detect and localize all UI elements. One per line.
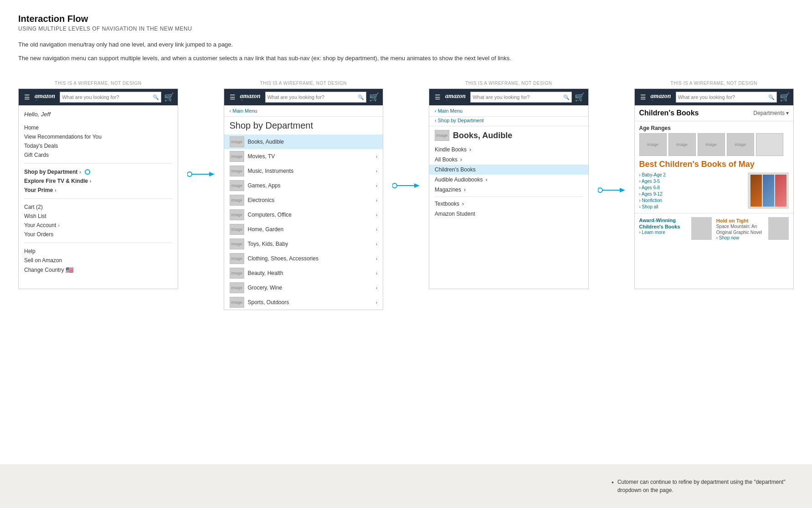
age-img-5 [756, 133, 783, 156]
sub-item-audible[interactable]: Audible Audiobooks › [429, 175, 588, 185]
bottom-promo-1-link[interactable]: › Learn more [639, 230, 688, 235]
dept-name-home: Home, Garden [248, 226, 372, 233]
menu-item-sell[interactable]: Sell on Amazon [24, 256, 172, 265]
menu-item-recommendations[interactable]: View Recommendations for You [24, 132, 172, 141]
search-bar-4[interactable]: 🔍 [676, 92, 777, 103]
wireframe-col-4: THIS IS A WIREFRAME, NOT DESIGN ☰ amazon… [634, 81, 794, 289]
dept-item-sports[interactable]: image Sports, Outdoors › [224, 295, 383, 310]
logo-text-2: amazon [240, 93, 261, 100]
page-subtitle: USING MULTIPLE LEVELS OF NAVIGATION IN T… [18, 26, 794, 32]
bottom-promos: Award-Winning Children's Books › Learn m… [635, 213, 794, 244]
dept-item-grocery[interactable]: image Grocery, Wine › [224, 280, 383, 295]
cart-icon-4[interactable]: 🛒 [780, 92, 790, 102]
prime-label: Your Prime [24, 187, 53, 193]
hamburger-icon-2[interactable]: ☰ [228, 93, 237, 102]
menu-item-help[interactable]: Help [24, 247, 172, 256]
wireframe-col-3: THIS IS A WIREFRAME, NOT DESIGN ☰ amazon… [429, 81, 589, 289]
dept-item-electronics[interactable]: image Electronics › [224, 193, 383, 207]
dept-name-sports: Sports, Outdoors [248, 299, 372, 306]
promo-link-9-12[interactable]: › Ages 9-12 [639, 192, 745, 197]
search-icon-1[interactable]: 🔍 [153, 94, 159, 100]
search-bar-3[interactable]: 🔍 [470, 92, 571, 103]
search-icon-2[interactable]: 🔍 [358, 94, 364, 100]
menu-item-shop-dept[interactable]: Shop by Department › [24, 167, 172, 176]
back-nav-3b[interactable]: ‹ Shop by Department [429, 117, 588, 126]
menu-item-cart[interactable]: Cart (2) [24, 202, 172, 212]
wireframe-col-1: THIS IS A WIREFRAME, NOT DESIGN ☰ amazon… [18, 81, 178, 289]
search-bar-2[interactable]: 🔍 [265, 92, 366, 103]
search-input-4[interactable] [678, 94, 768, 100]
dept-item-beauty[interactable]: image Beauty, Health › [224, 266, 383, 280]
menu-item-deals[interactable]: Today's Deals [24, 141, 172, 150]
hamburger-icon-1[interactable]: ☰ [22, 93, 32, 102]
logo-smile-3: ~ [446, 98, 448, 102]
dept-item-home[interactable]: image Home, Garden › [224, 222, 383, 237]
promo-link-nonfiction[interactable]: › Nonfiction [639, 198, 745, 203]
cart-icon-1[interactable]: 🛒 [164, 92, 174, 102]
wireframe-label-2: THIS IS A WIREFRAME, NOT DESIGN [260, 81, 347, 86]
promo-link-6-8[interactable]: › Ages 6-8 [639, 185, 745, 190]
sub-item-childrens[interactable]: Children's Books [429, 165, 588, 175]
dept-item-books[interactable]: image Books, Audible [224, 135, 383, 149]
dept-item-clothing[interactable]: image Clothing, Shoes, Accessories › [224, 251, 383, 266]
page-title: Interaction Flow [18, 14, 794, 24]
amazon-logo-3: amazon ~ [445, 93, 466, 102]
menu-item-fire-tv[interactable]: Explore Fire TV & Kindle › [24, 176, 172, 186]
menu-item-wishlist[interactable]: Wish List [24, 212, 172, 221]
panel4-header: Children's Books Departments ▾ [635, 105, 794, 121]
cart-icon-3[interactable]: 🛒 [575, 92, 585, 102]
dept-item-toys[interactable]: image Toys, Kids, Baby › [224, 237, 383, 251]
bottom-promo-2-link[interactable]: › Shop now [716, 235, 765, 240]
dept-item-movies[interactable]: image Movies, TV › [224, 149, 383, 164]
promo-link-baby[interactable]: › Baby-Age 2 [639, 172, 745, 177]
dept-item-computers[interactable]: image Computers, Office › [224, 207, 383, 222]
dept-img-electronics: image [230, 195, 244, 206]
dept-item-games[interactable]: image Games, Apps › [224, 178, 383, 193]
menu-item-prime[interactable]: Your Prime › [24, 186, 172, 195]
menu-item-account[interactable]: Your Account › [24, 221, 172, 230]
amazon-logo-2: amazon ~ [240, 93, 261, 102]
wireframe-box-4: ☰ amazon ~ 🔍 🛒 Children's Books [634, 88, 794, 289]
flow-arrow-2 [392, 181, 420, 190]
games-chevron: › [376, 183, 377, 188]
dept-name-computers: Computers, Office [248, 212, 372, 218]
arrow-1-2 [187, 170, 215, 179]
sub-item-kindle[interactable]: Kindle Books › [429, 145, 588, 155]
menu-item-home[interactable]: Home [24, 123, 172, 132]
dept-img-books: image [230, 136, 244, 147]
back-nav-2[interactable]: ‹ Main Menu [224, 105, 383, 117]
hamburger-icon-4[interactable]: ☰ [638, 93, 648, 102]
dept-item-music[interactable]: image Music, Instruments › [224, 164, 383, 178]
search-bar-1[interactable]: 🔍 [60, 92, 161, 103]
svg-marker-4 [414, 183, 420, 188]
sub-item-allbooks[interactable]: All Books › [429, 155, 588, 165]
menu-item-orders[interactable]: Your Orders [24, 230, 172, 239]
shop-dept-circle [85, 169, 90, 175]
promo-link-shopall[interactable]: › Shop all [639, 204, 745, 209]
search-input-2[interactable] [267, 94, 358, 100]
flag-icon: 🇺🇸 [66, 266, 73, 274]
dept-dropdown[interactable]: Departments ▾ [753, 110, 789, 116]
dept-img-home: image [230, 224, 244, 235]
search-input-3[interactable] [473, 94, 563, 100]
movies-chevron: › [376, 154, 377, 159]
cart-icon-2[interactable]: 🛒 [369, 92, 379, 102]
amazon-logo-1: amazon ~ [35, 93, 55, 102]
panel3-title-text: Books, Audible [453, 131, 512, 140]
dept-name-movies: Movies, TV [248, 153, 372, 160]
sub-item-textbooks[interactable]: Textbooks › [429, 199, 588, 209]
dept-img-computers: image [230, 209, 244, 220]
search-icon-4[interactable]: 🔍 [768, 94, 775, 100]
wireframes-row: THIS IS A WIREFRAME, NOT DESIGN ☰ amazon… [18, 81, 794, 310]
search-icon-3[interactable]: 🔍 [563, 94, 570, 100]
sub-item-magazines[interactable]: Magazines › [429, 185, 588, 195]
hamburger-icon-3[interactable]: ☰ [433, 93, 442, 102]
description-1: The old navigation menu/tray only had on… [18, 40, 794, 49]
sub-item-student[interactable]: Amazon Student [429, 209, 588, 219]
bottom-promo-1: Award-Winning Children's Books › Learn m… [639, 217, 712, 240]
search-input-1[interactable] [62, 94, 152, 100]
menu-item-gift-cards[interactable]: Gift Cards [24, 150, 172, 160]
back-nav-3a[interactable]: ‹ Main Menu [429, 105, 588, 117]
menu-item-country[interactable]: Change Country 🇺🇸 [24, 265, 172, 275]
promo-link-3-5[interactable]: › Ages 3-5 [639, 179, 745, 184]
